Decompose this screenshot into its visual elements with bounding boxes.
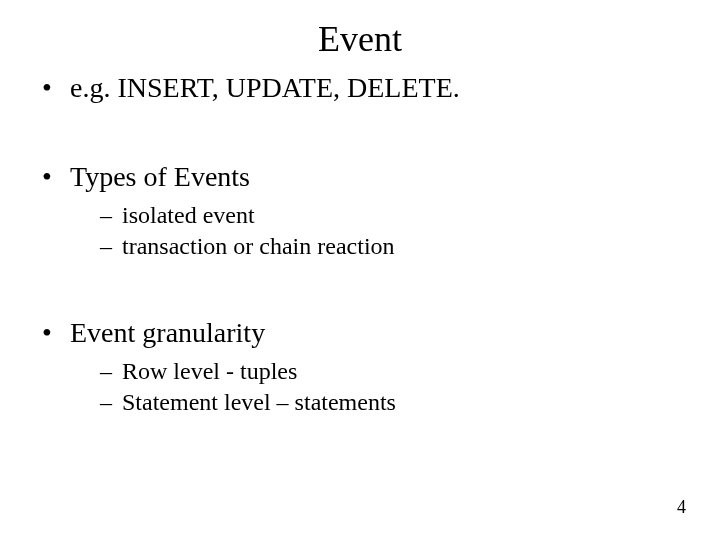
slide-title: Event xyxy=(0,0,720,66)
sub-bullet-item: Row level - tuples xyxy=(100,356,690,387)
sub-bullet-text: transaction or chain reaction xyxy=(122,233,395,259)
sub-bullet-item: isolated event xyxy=(100,200,690,231)
bullet-item: Types of Events isolated event transacti… xyxy=(42,159,690,261)
sub-bullet-text: Row level - tuples xyxy=(122,358,297,384)
sub-bullet-list: isolated event transaction or chain reac… xyxy=(70,200,690,261)
sub-bullet-text: isolated event xyxy=(122,202,255,228)
sub-bullet-text: Statement level – statements xyxy=(122,389,396,415)
bullet-text: e.g. INSERT, UPDATE, DELETE. xyxy=(70,72,460,103)
bullet-item: e.g. INSERT, UPDATE, DELETE. xyxy=(42,70,690,105)
page-number: 4 xyxy=(677,497,686,518)
sub-bullet-item: transaction or chain reaction xyxy=(100,231,690,262)
bullet-item: Event granularity Row level - tuples Sta… xyxy=(42,315,690,417)
bullet-text: Types of Events xyxy=(70,161,250,192)
sub-bullet-item: Statement level – statements xyxy=(100,387,690,418)
sub-bullet-list: Row level - tuples Statement level – sta… xyxy=(70,356,690,417)
slide: Event e.g. INSERT, UPDATE, DELETE. Types… xyxy=(0,0,720,540)
bullet-list: e.g. INSERT, UPDATE, DELETE. Types of Ev… xyxy=(0,70,720,418)
bullet-text: Event granularity xyxy=(70,317,265,348)
